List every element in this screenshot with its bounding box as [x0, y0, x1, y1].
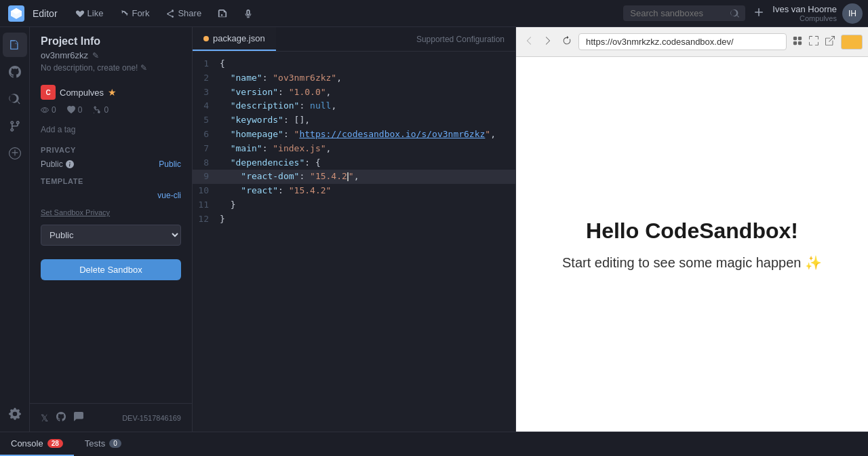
browser-back-button[interactable] — [521, 33, 536, 50]
fork-button[interactable]: Fork — [113, 5, 156, 21]
privacy-section-label: PRIVACY — [30, 140, 192, 157]
info-icon — [66, 160, 74, 168]
browser-open-external-btn[interactable] — [823, 34, 837, 50]
mic-button[interactable] — [237, 6, 260, 21]
search-input[interactable] — [623, 5, 745, 21]
privacy-row: Public Public — [30, 157, 192, 172]
like-button[interactable]: Like — [68, 5, 111, 21]
tests-tab[interactable]: Tests 0 — [74, 432, 132, 456]
tab-modified-indicator — [203, 36, 209, 41]
code-line-6: 6 "homepage": "https://codesandbox.io/s/… — [193, 128, 515, 142]
browser-action-btns — [791, 34, 837, 50]
preview-subtitle: Start editing to see some magic happen ✨ — [562, 254, 822, 271]
main-layout: Project Info ov3nmr6zkz ✎ No description… — [0, 27, 868, 432]
privacy-select[interactable]: Public Private Unlisted — [41, 225, 181, 246]
likes-value: 0 — [78, 105, 83, 115]
privacy-notice[interactable]: Set Sandbox Privacy — [30, 206, 192, 219]
preview-content: Hello CodeSandbox! Start editing to see … — [516, 57, 868, 432]
github-footer-icon[interactable] — [56, 412, 66, 423]
files-icon-btn[interactable] — [3, 33, 27, 57]
save-button[interactable] — [211, 6, 234, 21]
heart-icon — [67, 106, 75, 114]
search-container — [623, 5, 745, 21]
share-button[interactable]: Share — [159, 5, 208, 21]
homepage-link[interactable]: https://codesandbox.io/s/ov3nmr6zkz — [299, 129, 485, 139]
org-name: Compulves — [60, 88, 104, 98]
template-value[interactable]: vue-cli — [157, 191, 181, 200]
settings-icon-btn[interactable] — [3, 402, 27, 426]
code-line-7: 7 "main": "index.js", — [193, 142, 515, 156]
url-bar[interactable] — [578, 33, 787, 50]
project-id-row: ov3nmr6zkz ✎ — [41, 50, 181, 60]
add-button[interactable] — [751, 4, 767, 22]
fork-label: Fork — [132, 8, 149, 18]
browser-forward-button[interactable] — [540, 33, 555, 50]
preview-title: Hello CodeSandbox! — [586, 218, 798, 244]
editor-area: package.json Supported Configuration 1 {… — [193, 27, 515, 432]
icon-bar — [0, 27, 30, 432]
user-name: Ives van Hoorne — [772, 4, 837, 14]
user-info: Ives van Hoorne Compulves IH — [772, 3, 863, 24]
meta-row: 0 0 0 — [30, 100, 192, 120]
template-row: vue-cli — [30, 188, 192, 206]
logo — [5, 3, 27, 24]
topbar-actions: Like Fork Share — [68, 5, 624, 21]
tab-bar: package.json Supported Configuration — [193, 27, 515, 52]
browser-view-btn-1[interactable] — [791, 34, 804, 50]
share-label: Share — [178, 8, 201, 18]
likes-count: 0 — [67, 105, 83, 115]
supported-config[interactable]: Supported Configuration — [406, 27, 515, 51]
code-line-10: 10 "react": "15.4.2" — [193, 184, 515, 198]
delete-sandbox-button[interactable]: Delete Sandbox — [41, 259, 181, 280]
tab-package-json[interactable]: package.json — [193, 27, 276, 51]
edit-desc-icon[interactable]: ✎ — [140, 63, 147, 73]
browser-bar — [516, 27, 868, 57]
editor-label: Editor — [33, 8, 58, 19]
console-label: Console — [11, 438, 43, 449]
dev-id: DEV-1517846169 — [122, 414, 181, 422]
color-swatch[interactable] — [841, 35, 863, 50]
project-description: No description, create one! ✎ — [41, 63, 181, 73]
template-section-label: TEMPLATE — [30, 172, 192, 188]
like-label: Like — [87, 8, 104, 18]
search-icon — [730, 9, 740, 18]
code-line-8: 8 "dependencies": { — [193, 156, 515, 170]
github-icon-btn[interactable] — [3, 60, 27, 84]
supported-config-label: Supported Configuration — [416, 35, 505, 44]
avatar: IH — [842, 3, 863, 24]
tests-badge: 0 — [109, 439, 121, 448]
preview-panel: Hello CodeSandbox! Start editing to see … — [515, 27, 868, 432]
browser-refresh-button[interactable] — [559, 33, 574, 50]
code-line-3: 3 "version": "1.0.0", — [193, 86, 515, 100]
git-icon-btn[interactable] — [3, 114, 27, 138]
project-desc-text: No description, create one! — [41, 63, 138, 73]
views-value: 0 — [52, 105, 56, 115]
views-count: 0 — [41, 105, 56, 115]
privacy-label: Public — [41, 159, 74, 169]
user-org: Compulves — [772, 14, 837, 22]
star-icon: ★ — [108, 87, 117, 98]
code-editor[interactable]: 1 { 2 "name": "ov3nmr6zkz", 3 "version":… — [193, 52, 515, 432]
console-tab[interactable]: Console 28 — [0, 432, 74, 456]
code-line-5: 5 "keywords": [], — [193, 113, 515, 128]
deploy-icon-btn[interactable] — [3, 141, 27, 166]
sidebar-footer: 𝕏 DEV-1517846169 — [30, 403, 192, 432]
forks-value: 0 — [104, 105, 108, 115]
org-row: C Compulves ★ — [30, 85, 192, 100]
search-code-icon-btn[interactable] — [3, 87, 27, 111]
project-title: Project Info — [41, 35, 181, 48]
tab-label: package.json — [213, 33, 265, 43]
tag-row: Add a tag — [30, 120, 192, 140]
icon-bar-bottom — [3, 402, 27, 432]
code-line-11: 11 } — [193, 198, 515, 212]
bottom-bar: Console 28 Tests 0 — [0, 432, 868, 456]
topbar: Editor Like Fork Share Ives — [0, 0, 868, 27]
chat-icon[interactable] — [74, 412, 83, 423]
privacy-text: Public — [41, 159, 63, 169]
twitter-icon[interactable]: 𝕏 — [41, 413, 48, 423]
console-badge: 28 — [47, 439, 63, 448]
browser-view-btn-2[interactable] — [807, 34, 821, 50]
add-tag-label[interactable]: Add a tag — [41, 125, 75, 134]
code-line-12: 12 } — [193, 212, 515, 227]
edit-icon[interactable]: ✎ — [92, 51, 99, 60]
